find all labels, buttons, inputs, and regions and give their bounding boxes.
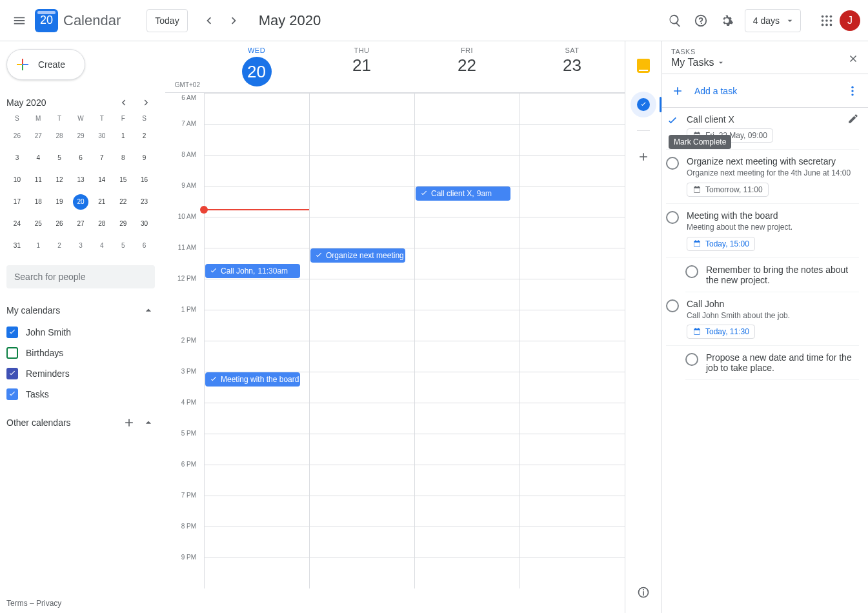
- task-item[interactable]: Call client XFri, 22 May, 09:00Mark Comp…: [666, 108, 859, 150]
- add-task-button[interactable]: Add a task: [662, 74, 868, 108]
- mini-day[interactable]: 12: [52, 172, 67, 188]
- mini-day[interactable]: 4: [30, 150, 46, 166]
- checkbox[interactable]: [6, 327, 18, 338]
- keep-button[interactable]: [631, 53, 656, 79]
- time-cell[interactable]: [309, 527, 414, 558]
- mini-day[interactable]: 6: [137, 238, 152, 254]
- time-cell[interactable]: [520, 186, 625, 217]
- time-cell[interactable]: [414, 94, 520, 124]
- time-cell[interactable]: [414, 496, 520, 527]
- add-addon-button[interactable]: [631, 144, 656, 170]
- task-item[interactable]: Propose a new date and time for the job …: [685, 346, 859, 380]
- mini-day[interactable]: 27: [30, 128, 46, 144]
- mini-day[interactable]: 11: [30, 172, 46, 188]
- time-cell[interactable]: [520, 372, 625, 403]
- mini-day[interactable]: 28: [52, 128, 67, 144]
- time-cell[interactable]: [309, 434, 414, 465]
- mini-day[interactable]: 5: [52, 150, 67, 166]
- calendar-event[interactable]: Meeting with the board: [205, 372, 300, 387]
- time-cell[interactable]: [414, 434, 520, 465]
- time-cell[interactable]: [309, 94, 414, 124]
- time-cell[interactable]: [204, 465, 309, 496]
- mini-day[interactable]: 26: [9, 128, 25, 144]
- prev-period-button[interactable]: [196, 8, 221, 34]
- calendar-item[interactable]: John Smith: [6, 322, 155, 343]
- mini-next-button[interactable]: [138, 94, 155, 111]
- mini-day[interactable]: 5: [116, 238, 131, 254]
- mini-day[interactable]: 2: [137, 128, 152, 144]
- time-cell[interactable]: [520, 434, 625, 465]
- mini-day[interactable]: 8: [116, 150, 131, 166]
- mini-day[interactable]: 22: [116, 194, 131, 210]
- mini-day[interactable]: 14: [94, 172, 110, 188]
- time-cell[interactable]: [309, 125, 414, 155]
- mini-day[interactable]: 29: [73, 128, 88, 144]
- time-cell[interactable]: [204, 527, 309, 558]
- time-cell[interactable]: [520, 217, 625, 248]
- time-cell[interactable]: [520, 248, 625, 279]
- time-cell[interactable]: [204, 94, 309, 124]
- info-button[interactable]: [631, 579, 656, 605]
- time-cell[interactable]: [520, 341, 625, 372]
- time-cell[interactable]: [204, 125, 309, 155]
- time-cell[interactable]: [414, 372, 520, 403]
- time-cell[interactable]: [309, 156, 414, 186]
- calendar-item[interactable]: Reminders: [6, 363, 155, 384]
- time-cell[interactable]: [414, 403, 520, 434]
- task-radio[interactable]: [666, 211, 679, 224]
- mini-day[interactable]: 7: [94, 150, 110, 166]
- mini-day[interactable]: 19: [52, 194, 67, 210]
- task-radio[interactable]: [685, 265, 698, 278]
- time-cell[interactable]: [414, 279, 520, 310]
- mini-prev-button[interactable]: [115, 94, 132, 111]
- time-cell[interactable]: [309, 403, 414, 434]
- day-header[interactable]: WED20: [204, 41, 309, 92]
- create-button[interactable]: Create: [6, 49, 85, 80]
- task-item[interactable]: Organize next meeting with secretaryOrga…: [666, 150, 859, 204]
- task-date-chip[interactable]: Tomorrow, 11:00: [687, 183, 769, 197]
- mini-day[interactable]: 20: [73, 194, 88, 210]
- time-cell[interactable]: [309, 558, 414, 588]
- time-cell[interactable]: [520, 156, 625, 186]
- calendar-event[interactable]: Call client X,9am: [416, 186, 510, 201]
- mini-day[interactable]: 10: [9, 172, 25, 188]
- view-selector[interactable]: 4 days: [745, 9, 801, 32]
- time-cell[interactable]: [520, 279, 625, 310]
- calendar-event[interactable]: Organize next meeting: [310, 248, 405, 263]
- mini-day[interactable]: 21: [94, 194, 110, 210]
- other-calendars-toggle[interactable]: Other calendars: [6, 416, 155, 429]
- time-cell[interactable]: [414, 125, 520, 155]
- time-cell[interactable]: [309, 465, 414, 496]
- time-cell[interactable]: [520, 465, 625, 496]
- apps-button[interactable]: [814, 8, 840, 34]
- checkbox[interactable]: [6, 347, 18, 359]
- mini-day[interactable]: 26: [52, 216, 67, 232]
- time-cell[interactable]: [309, 217, 414, 248]
- time-cell[interactable]: [520, 125, 625, 155]
- mini-day[interactable]: 16: [137, 172, 152, 188]
- tasks-button[interactable]: [631, 92, 656, 117]
- time-cell[interactable]: [204, 279, 309, 310]
- privacy-link[interactable]: Privacy: [36, 599, 61, 608]
- time-cell[interactable]: [204, 310, 309, 341]
- task-item[interactable]: Remember to bring the notes about the ne…: [685, 258, 859, 292]
- mini-day[interactable]: 13: [73, 172, 88, 188]
- time-cell[interactable]: [414, 156, 520, 186]
- mini-day[interactable]: 6: [73, 150, 88, 166]
- time-cell[interactable]: [309, 496, 414, 527]
- calendar-item[interactable]: Birthdays: [6, 343, 155, 363]
- time-cell[interactable]: [414, 310, 520, 341]
- account-avatar[interactable]: J: [840, 10, 860, 31]
- time-cell[interactable]: [309, 279, 414, 310]
- search-button[interactable]: [662, 8, 688, 34]
- time-cell[interactable]: [204, 496, 309, 527]
- time-cell[interactable]: [414, 248, 520, 279]
- time-cell[interactable]: [520, 94, 625, 124]
- mini-day[interactable]: 17: [9, 194, 25, 210]
- calendar-event[interactable]: Call John,11:30am: [205, 264, 300, 278]
- time-cell[interactable]: [309, 186, 414, 217]
- time-cell[interactable]: [520, 527, 625, 558]
- mini-day[interactable]: 18: [30, 194, 46, 210]
- time-cell[interactable]: [414, 527, 520, 558]
- task-date-chip[interactable]: Today, 15:00: [687, 237, 755, 251]
